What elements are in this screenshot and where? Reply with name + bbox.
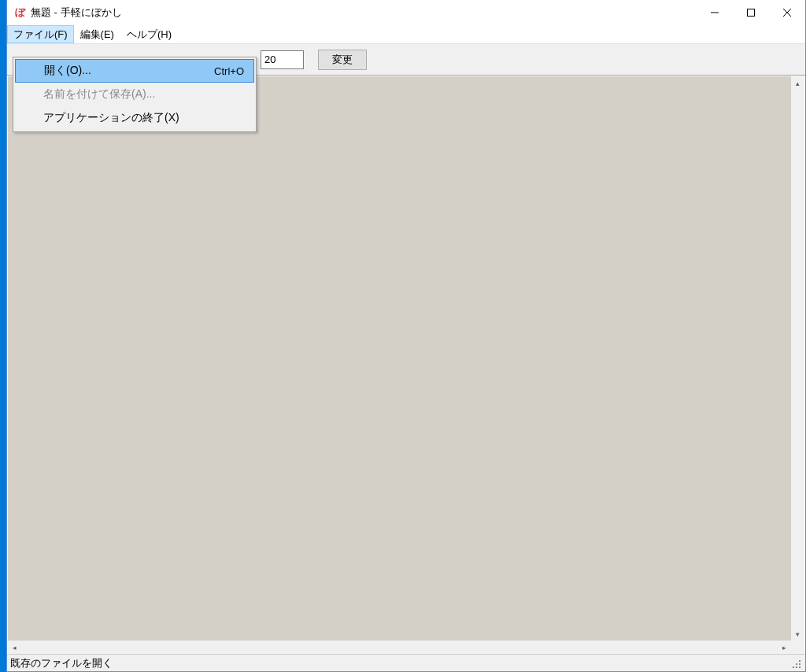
- app-icon: ぼ: [13, 6, 26, 19]
- status-text: 既存のファイルを開く: [10, 656, 113, 670]
- window-title: 無題 - 手軽にぼかし: [31, 6, 697, 20]
- svg-rect-1: [748, 9, 755, 17]
- menu-item-open[interactable]: 開く(O)... Ctrl+O: [15, 59, 254, 83]
- scroll-down-icon[interactable]: ▾: [791, 627, 804, 641]
- menu-item-open-shortcut: Ctrl+O: [214, 65, 244, 77]
- menu-item-save-as-label: 名前を付けて保存(A)...: [43, 87, 155, 102]
- menu-edit[interactable]: 編集(E): [74, 25, 120, 43]
- menu-item-open-label: 開く(O)...: [44, 64, 91, 78]
- scroll-right-icon[interactable]: ▸: [778, 641, 791, 654]
- horizontal-scrollbar[interactable]: ◂ ▸: [8, 641, 791, 654]
- menubar: ファイル(F) 編集(E) ヘルプ(H): [7, 25, 805, 44]
- menu-help[interactable]: ヘルプ(H): [120, 25, 178, 43]
- scroll-track-v[interactable]: [791, 90, 804, 627]
- maximize-button[interactable]: [733, 0, 769, 25]
- close-button[interactable]: [769, 0, 805, 25]
- vertical-scrollbar[interactable]: ▴ ▾: [791, 76, 804, 641]
- canvas-area: ▴ ▾ ◂ ▸: [7, 76, 805, 654]
- statusbar: 既存のファイルを開く: [7, 654, 805, 671]
- scroll-track-h[interactable]: [21, 641, 778, 654]
- menu-item-save-as: 名前を付けて保存(A)...: [15, 83, 254, 106]
- titlebar[interactable]: ぼ 無題 - 手軽にぼかし: [7, 0, 805, 25]
- minimize-button[interactable]: [697, 0, 733, 25]
- scroll-corner: [791, 641, 804, 654]
- resize-grip-icon[interactable]: [789, 657, 802, 670]
- scroll-up-icon[interactable]: ▴: [791, 76, 804, 90]
- menu-item-exit[interactable]: アプリケーションの終了(X): [15, 106, 254, 130]
- menu-item-exit-label: アプリケーションの終了(X): [43, 111, 179, 125]
- change-button[interactable]: 変更: [318, 50, 367, 70]
- file-menu-dropdown: 開く(O)... Ctrl+O 名前を付けて保存(A)... アプリケーションの…: [13, 57, 257, 132]
- scroll-left-icon[interactable]: ◂: [8, 641, 21, 654]
- size-input[interactable]: [261, 50, 304, 69]
- menu-file[interactable]: ファイル(F): [7, 25, 74, 43]
- window-controls: [697, 0, 805, 25]
